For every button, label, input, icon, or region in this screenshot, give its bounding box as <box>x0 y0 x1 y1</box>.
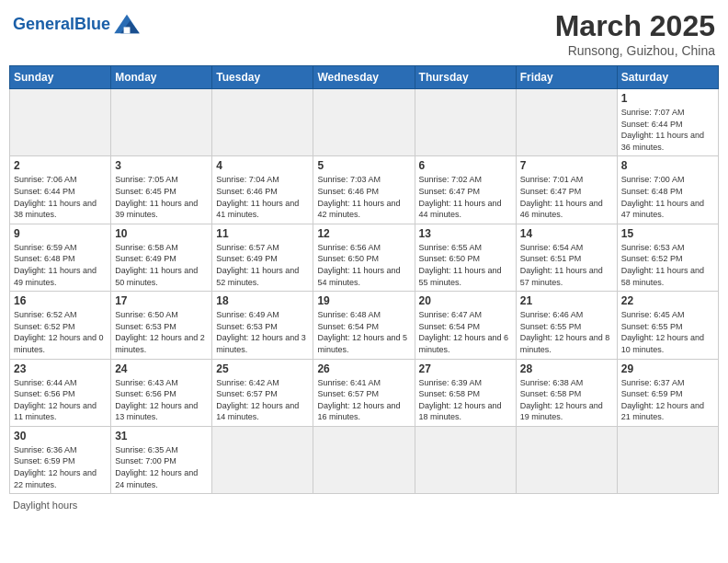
calendar-cell: 16Sunrise: 6:52 AM Sunset: 6:52 PM Dayli… <box>10 292 111 359</box>
day-info: Sunrise: 6:59 AM Sunset: 6:48 PM Dayligh… <box>14 242 107 288</box>
day-number: 3 <box>115 159 208 172</box>
calendar-cell: 13Sunrise: 6:55 AM Sunset: 6:50 PM Dayli… <box>415 224 516 291</box>
calendar-cell <box>313 89 415 156</box>
calendar-cell: 20Sunrise: 6:47 AM Sunset: 6:54 PM Dayli… <box>415 292 516 359</box>
calendar-table: SundayMondayTuesdayWednesdayThursdayFrid… <box>9 65 719 494</box>
day-number: 19 <box>317 294 410 307</box>
day-info: Sunrise: 6:57 AM Sunset: 6:49 PM Dayligh… <box>216 242 309 288</box>
calendar-cell: 14Sunrise: 6:54 AM Sunset: 6:51 PM Dayli… <box>516 224 617 291</box>
calendar-cell <box>212 89 313 156</box>
weekday-header-friday: Friday <box>516 66 617 89</box>
day-number: 10 <box>115 227 208 240</box>
day-number: 5 <box>317 159 410 172</box>
calendar-cell: 31Sunrise: 6:35 AM Sunset: 7:00 PM Dayli… <box>111 426 212 493</box>
calendar-cell <box>212 426 313 493</box>
logo: GeneralBlue <box>13 13 142 35</box>
calendar-cell: 11Sunrise: 6:57 AM Sunset: 6:49 PM Dayli… <box>212 224 313 291</box>
calendar-cell: 10Sunrise: 6:58 AM Sunset: 6:49 PM Dayli… <box>111 224 212 291</box>
day-number: 2 <box>14 159 107 172</box>
calendar-cell: 12Sunrise: 6:56 AM Sunset: 6:50 PM Dayli… <box>313 224 415 291</box>
calendar-cell: 29Sunrise: 6:37 AM Sunset: 6:59 PM Dayli… <box>617 359 718 426</box>
day-info: Sunrise: 6:44 AM Sunset: 6:56 PM Dayligh… <box>14 377 107 423</box>
calendar-cell: 8Sunrise: 7:00 AM Sunset: 6:48 PM Daylig… <box>617 156 718 224</box>
day-number: 7 <box>520 159 613 172</box>
calendar-week-4: 23Sunrise: 6:44 AM Sunset: 6:56 PM Dayli… <box>10 359 719 426</box>
calendar-cell: 24Sunrise: 6:43 AM Sunset: 6:56 PM Dayli… <box>111 359 212 426</box>
calendar-cell <box>10 89 111 156</box>
weekday-header-saturday: Saturday <box>617 66 718 89</box>
day-number: 31 <box>115 430 208 442</box>
day-number: 18 <box>216 294 309 307</box>
calendar-cell <box>617 426 718 493</box>
day-number: 1 <box>621 92 714 105</box>
day-number: 6 <box>419 159 512 172</box>
day-info: Sunrise: 7:05 AM Sunset: 6:45 PM Dayligh… <box>115 174 208 220</box>
day-number: 29 <box>621 362 714 375</box>
title-block: March 2025 Runsong, Guizhou, China <box>555 9 715 58</box>
calendar-week-1: 2Sunrise: 7:06 AM Sunset: 6:44 PM Daylig… <box>10 156 719 224</box>
day-number: 13 <box>419 227 512 240</box>
day-info: Sunrise: 6:46 AM Sunset: 6:55 PM Dayligh… <box>520 309 613 355</box>
calendar-week-0: 1Sunrise: 7:07 AM Sunset: 6:44 PM Daylig… <box>10 89 719 156</box>
calendar-cell: 25Sunrise: 6:42 AM Sunset: 6:57 PM Dayli… <box>212 359 313 426</box>
calendar-cell: 3Sunrise: 7:05 AM Sunset: 6:45 PM Daylig… <box>111 156 212 224</box>
day-info: Sunrise: 6:42 AM Sunset: 6:57 PM Dayligh… <box>216 377 309 423</box>
calendar-week-5: 30Sunrise: 6:36 AM Sunset: 6:59 PM Dayli… <box>10 426 719 493</box>
day-number: 27 <box>419 362 512 375</box>
day-info: Sunrise: 6:38 AM Sunset: 6:58 PM Dayligh… <box>520 377 613 423</box>
calendar-cell: 5Sunrise: 7:03 AM Sunset: 6:46 PM Daylig… <box>313 156 415 224</box>
logo-icon <box>112 13 142 35</box>
day-number: 17 <box>115 294 208 307</box>
day-info: Sunrise: 7:02 AM Sunset: 6:47 PM Dayligh… <box>419 174 512 220</box>
day-info: Sunrise: 6:39 AM Sunset: 6:58 PM Dayligh… <box>419 377 512 423</box>
calendar-cell: 2Sunrise: 7:06 AM Sunset: 6:44 PM Daylig… <box>10 156 111 224</box>
day-info: Sunrise: 6:55 AM Sunset: 6:50 PM Dayligh… <box>419 242 512 288</box>
calendar-cell <box>111 89 212 156</box>
day-info: Sunrise: 6:54 AM Sunset: 6:51 PM Dayligh… <box>520 242 613 288</box>
day-info: Sunrise: 7:06 AM Sunset: 6:44 PM Dayligh… <box>14 174 107 220</box>
day-info: Sunrise: 7:01 AM Sunset: 6:47 PM Dayligh… <box>520 174 613 220</box>
day-info: Sunrise: 6:53 AM Sunset: 6:52 PM Dayligh… <box>621 242 714 288</box>
calendar-cell: 27Sunrise: 6:39 AM Sunset: 6:58 PM Dayli… <box>415 359 516 426</box>
month-title: March 2025 <box>555 9 715 43</box>
calendar-cell: 6Sunrise: 7:02 AM Sunset: 6:47 PM Daylig… <box>415 156 516 224</box>
calendar-cell: 19Sunrise: 6:48 AM Sunset: 6:54 PM Dayli… <box>313 292 415 359</box>
day-number: 22 <box>621 294 714 307</box>
day-info: Sunrise: 6:37 AM Sunset: 6:59 PM Dayligh… <box>621 377 714 423</box>
day-info: Sunrise: 6:45 AM Sunset: 6:55 PM Dayligh… <box>621 309 714 355</box>
calendar-cell <box>415 426 516 493</box>
day-info: Sunrise: 6:35 AM Sunset: 7:00 PM Dayligh… <box>115 444 208 490</box>
day-info: Sunrise: 7:04 AM Sunset: 6:46 PM Dayligh… <box>216 174 309 220</box>
day-number: 24 <box>115 362 208 375</box>
day-info: Sunrise: 6:36 AM Sunset: 6:59 PM Dayligh… <box>14 444 107 490</box>
calendar-cell <box>516 426 617 493</box>
calendar-cell: 23Sunrise: 6:44 AM Sunset: 6:56 PM Dayli… <box>10 359 111 426</box>
weekday-header-thursday: Thursday <box>415 66 516 89</box>
calendar-cell: 22Sunrise: 6:45 AM Sunset: 6:55 PM Dayli… <box>617 292 718 359</box>
calendar-cell: 9Sunrise: 6:59 AM Sunset: 6:48 PM Daylig… <box>10 224 111 291</box>
day-number: 30 <box>14 430 107 442</box>
day-info: Sunrise: 6:48 AM Sunset: 6:54 PM Dayligh… <box>317 309 410 355</box>
calendar-cell: 15Sunrise: 6:53 AM Sunset: 6:52 PM Dayli… <box>617 224 718 291</box>
calendar-cell: 18Sunrise: 6:49 AM Sunset: 6:53 PM Dayli… <box>212 292 313 359</box>
day-number: 28 <box>520 362 613 375</box>
calendar-week-3: 16Sunrise: 6:52 AM Sunset: 6:52 PM Dayli… <box>10 292 719 359</box>
calendar-cell: 28Sunrise: 6:38 AM Sunset: 6:58 PM Dayli… <box>516 359 617 426</box>
day-info: Sunrise: 7:00 AM Sunset: 6:48 PM Dayligh… <box>621 174 714 220</box>
location: Runsong, Guizhou, China <box>555 43 715 58</box>
day-info: Sunrise: 6:47 AM Sunset: 6:54 PM Dayligh… <box>419 309 512 355</box>
calendar-cell <box>415 89 516 156</box>
day-info: Sunrise: 6:52 AM Sunset: 6:52 PM Dayligh… <box>14 309 107 355</box>
day-number: 25 <box>216 362 309 375</box>
calendar-cell: 17Sunrise: 6:50 AM Sunset: 6:53 PM Dayli… <box>111 292 212 359</box>
weekday-header-sunday: Sunday <box>10 66 111 89</box>
weekday-header-wednesday: Wednesday <box>313 66 415 89</box>
calendar-cell: 7Sunrise: 7:01 AM Sunset: 6:47 PM Daylig… <box>516 156 617 224</box>
calendar-cell: 30Sunrise: 6:36 AM Sunset: 6:59 PM Dayli… <box>10 426 111 493</box>
svg-rect-2 <box>124 27 131 33</box>
footer-note: Daylight hours <box>9 500 719 511</box>
day-info: Sunrise: 6:58 AM Sunset: 6:49 PM Dayligh… <box>115 242 208 288</box>
day-info: Sunrise: 7:03 AM Sunset: 6:46 PM Dayligh… <box>317 174 410 220</box>
day-info: Sunrise: 6:43 AM Sunset: 6:56 PM Dayligh… <box>115 377 208 423</box>
day-number: 16 <box>14 294 107 307</box>
